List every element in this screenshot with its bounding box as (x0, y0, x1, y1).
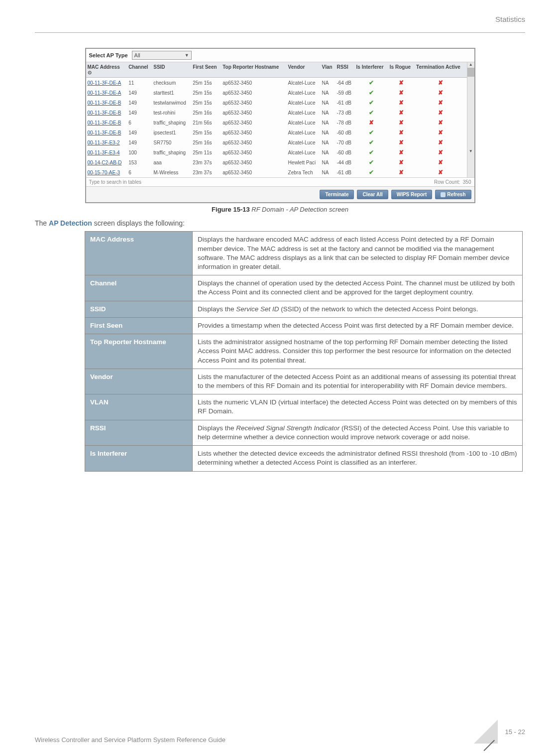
cell-interferer: ✔ (355, 127, 388, 137)
definition-text: Provides a timestamp when the detected A… (193, 317, 523, 334)
col-term[interactable]: Termination Active (415, 62, 467, 78)
page-number: 15 - 22 (505, 728, 525, 736)
col-mac[interactable]: MAC Address⊙ (86, 62, 127, 78)
cell-rssi: -64 dB (335, 78, 354, 88)
col-vendor[interactable]: Vendor (287, 62, 321, 78)
col-rogue[interactable]: Is Rogue (388, 62, 415, 78)
definition-row: Is InterfererLists whether the detected … (85, 446, 523, 471)
cell-ssid: starttest1 (152, 88, 191, 98)
definition-text: Displays the channel of operation used b… (193, 275, 523, 301)
cell-rssi: -70 dB (335, 137, 354, 147)
definition-text: Displays the Received Signal Strength In… (193, 420, 523, 445)
mac-link[interactable]: 00-11-3F-DE-B (88, 130, 121, 135)
action-row: Terminate Clear All WIPS Report Refresh (86, 186, 474, 202)
cross-icon: ✘ (438, 129, 443, 136)
col-vlan[interactable]: Vlan (321, 62, 336, 78)
cell-rssi: -60 dB (335, 147, 354, 157)
cross-icon: ✘ (399, 79, 404, 86)
figure-title: RF Domain - AP Detection screen (251, 206, 348, 213)
mac-link[interactable]: 00-14-C2-AB-D (88, 160, 122, 165)
cell-ssid: testwlanwimod (152, 98, 191, 108)
table-row: 00-11-3F-DE-B149ipsectest125m 15sap6532-… (86, 127, 467, 137)
definition-row: First SeenProvides a timestamp when the … (85, 317, 523, 334)
clear-all-button[interactable]: Clear All (357, 190, 388, 199)
ap-detection-grid: MAC Address⊙ Channel SSID First Seen Top… (86, 62, 467, 177)
check-icon: ✔ (369, 109, 374, 116)
cell-vendor: Alcatel-Luce (287, 147, 321, 157)
cross-icon: ✘ (438, 109, 443, 116)
scroll-down-icon[interactable]: ▼ (467, 149, 474, 153)
definition-row: VLANLists the numeric VLAN ID (virtual i… (85, 394, 523, 420)
col-rssi[interactable]: RSSI (335, 62, 354, 78)
grid-footer-row: Type to search in tables Row Count: 350 (86, 177, 474, 186)
scroll-up-icon[interactable]: ▲ (467, 62, 474, 67)
select-ap-type-dropdown[interactable]: All ▼ (132, 51, 192, 60)
cell-reporter: ap6532-3450 (221, 127, 286, 137)
cell-vlan: NA (321, 147, 336, 157)
col-ssid[interactable]: SSID (152, 62, 191, 78)
col-channel[interactable]: Channel (127, 62, 152, 78)
wips-report-button[interactable]: WIPS Report (391, 190, 433, 199)
cell-vendor: Alcatel-Luce (287, 108, 321, 118)
definition-term: VLAN (85, 394, 193, 420)
cell-vlan: NA (321, 118, 336, 127)
cross-icon: ✘ (369, 119, 374, 126)
cell-vendor: Hewlett Paci (287, 157, 321, 167)
cell-first: 21m 56s (191, 118, 221, 127)
cell-interferer: ✔ (355, 157, 388, 167)
refresh-button[interactable]: Refresh (435, 190, 471, 199)
col-interferer[interactable]: Is Interferer (355, 62, 388, 78)
mac-link[interactable]: 00-15-70-AE-3 (88, 170, 120, 175)
table-row: 00-14-C2-AB-D153aaa23m 37sap6532-3450Hew… (86, 157, 467, 167)
mac-link[interactable]: 00-11-3F-DE-A (88, 90, 121, 96)
cross-icon: ✘ (438, 89, 443, 96)
cell-channel: 100 (127, 147, 152, 157)
search-input[interactable]: Type to search in tables (89, 179, 142, 185)
cross-icon: ✘ (399, 89, 404, 96)
cell-reporter: ap6532-3450 (221, 118, 286, 127)
definition-row: MAC AddressDisplays the hardware encoded… (85, 232, 523, 275)
cross-icon: ✘ (399, 99, 404, 106)
cell-reporter: ap6532-3450 (221, 98, 286, 108)
terminate-button[interactable]: Terminate (320, 190, 354, 199)
cell-channel: 149 (127, 88, 152, 98)
scroll-thumb[interactable] (467, 68, 474, 77)
cell-ssid: M-Wireless (152, 167, 191, 177)
screenshot-panel: Select AP Type All ▼ MAC Address⊙ Channe… (85, 48, 475, 203)
mac-link[interactable]: 00-11-3F-E3-4 (88, 150, 120, 155)
cell-vlan: NA (321, 137, 336, 147)
cell-vlan: NA (321, 157, 336, 167)
table-row: 00-11-3F-E3-2149SR775025m 16sap6532-3450… (86, 137, 467, 147)
cell-first: 25m 15s (191, 98, 221, 108)
cross-icon: ✘ (399, 169, 404, 176)
mac-link[interactable]: 00-11-3F-E3-2 (88, 140, 120, 145)
col-reporter[interactable]: Top Reporter Hostname (221, 62, 286, 78)
table-row: 00-15-70-AE-36M-Wireless23m 37sap6532-34… (86, 167, 467, 177)
cell-ssid: traffic_shaping (152, 147, 191, 157)
cell-term: ✘ (415, 147, 467, 157)
definition-term: SSID (85, 301, 193, 317)
table-row: 00-11-3F-DE-A149starttest125m 15sap6532-… (86, 88, 467, 98)
cell-channel: 149 (127, 108, 152, 118)
definition-text: Displays the Service Set ID (SSID) of th… (193, 301, 523, 317)
cross-icon: ✘ (438, 79, 443, 86)
cell-term: ✘ (415, 137, 467, 147)
mac-link[interactable]: 00-11-3F-DE-A (88, 80, 121, 86)
table-row: 00-11-3F-DE-A11checksum25m 15sap6532-345… (86, 78, 467, 88)
cell-reporter: ap6532-3450 (221, 78, 286, 88)
mac-link[interactable]: 00-11-3F-DE-B (88, 100, 121, 106)
scrollbar[interactable]: ▲ ▼ (467, 62, 474, 177)
definition-term: MAC Address (85, 232, 193, 275)
cell-ssid: test-rohini (152, 108, 191, 118)
cell-reporter: ap6532-3450 (221, 167, 286, 177)
definition-term: Vendor (85, 369, 193, 394)
intro-text: The AP Detection screen displays the fol… (35, 219, 525, 227)
cell-rogue: ✘ (388, 88, 415, 98)
cell-ssid: aaa (152, 157, 191, 167)
definition-row: SSIDDisplays the Service Set ID (SSID) o… (85, 301, 523, 317)
cross-icon: ✘ (399, 159, 404, 166)
mac-link[interactable]: 00-11-3F-DE-B (88, 120, 121, 126)
cell-ssid: traffic_shaping (152, 118, 191, 127)
mac-link[interactable]: 00-11-3F-DE-B (88, 110, 121, 116)
col-first-seen[interactable]: First Seen (191, 62, 221, 78)
